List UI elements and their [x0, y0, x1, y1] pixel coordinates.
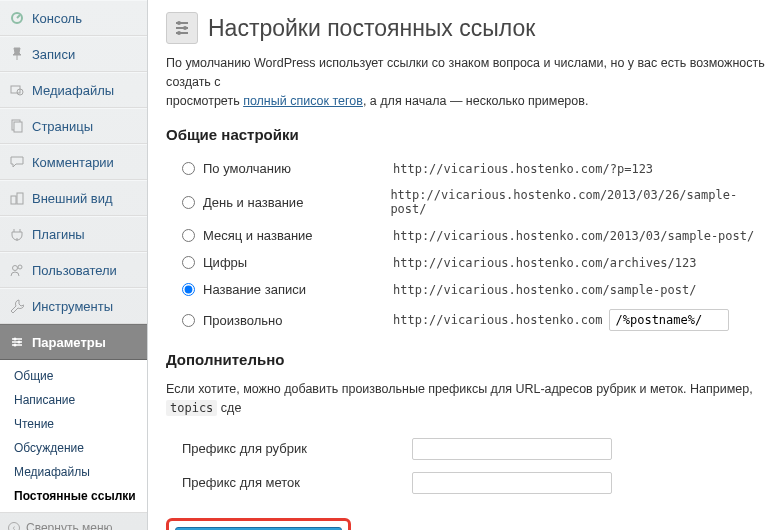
permalink-option-label: Название записи — [203, 282, 393, 297]
tag-prefix-label: Префикс для меток — [182, 475, 412, 490]
permalink-example-url: http://vicarious.hostenko.com — [393, 313, 603, 327]
menu-pages[interactable]: Страницы — [0, 108, 147, 144]
category-prefix-label: Префикс для рубрик — [182, 441, 412, 456]
svg-point-11 — [14, 344, 17, 347]
permalink-example-url: http://vicarious.hostenko.com/2013/03/sa… — [393, 229, 754, 243]
submenu-media[interactable]: Медиафайлы — [0, 460, 147, 484]
submenu-reading[interactable]: Чтение — [0, 412, 147, 436]
svg-point-12 — [177, 21, 181, 25]
plugins-icon — [8, 225, 26, 243]
menu-dashboard[interactable]: Консоль — [0, 0, 147, 36]
permalink-example-url: http://vicarious.hostenko.com/2013/03/26… — [390, 188, 768, 216]
svg-rect-4 — [14, 122, 22, 132]
page-header: Настройки постоянных ссылок — [166, 12, 768, 44]
svg-point-13 — [183, 26, 187, 30]
menu-comments[interactable]: Комментарии — [0, 144, 147, 180]
permalink-radio[interactable] — [182, 162, 195, 175]
submenu-writing[interactable]: Написание — [0, 388, 147, 412]
tools-icon — [8, 297, 26, 315]
page-title: Настройки постоянных ссылок — [208, 15, 535, 42]
collapse-icon: ‹ — [8, 522, 20, 530]
menu-media[interactable]: Медиафайлы — [0, 72, 147, 108]
section-extra-heading: Дополнительно — [166, 351, 768, 368]
submenu-discussion[interactable]: Обсуждение — [0, 436, 147, 460]
svg-point-14 — [177, 31, 181, 35]
settings-submenu: Общие Написание Чтение Обсуждение Медиаф… — [0, 360, 147, 512]
menu-plugins[interactable]: Плагины — [0, 216, 147, 252]
permalink-option-label: День и название — [203, 195, 390, 210]
permalink-radio[interactable] — [182, 196, 195, 209]
main-content: Настройки постоянных ссылок По умолчанию… — [148, 0, 768, 530]
collapse-label: Свернуть меню — [26, 521, 113, 530]
permalink-example-url: http://vicarious.hostenko.com/?p=123 — [393, 162, 653, 176]
permalink-example-url: http://vicarious.hostenko.com/archives/1… — [393, 256, 696, 270]
svg-point-7 — [13, 266, 18, 271]
permalink-radio[interactable] — [182, 229, 195, 242]
menu-settings[interactable]: Параметры — [0, 324, 147, 360]
menu-appearance[interactable]: Внешний вид — [0, 180, 147, 216]
svg-point-8 — [18, 265, 22, 269]
permalink-radio[interactable] — [182, 283, 195, 296]
appearance-icon — [8, 189, 26, 207]
submit-highlight: Сохранить изменения — [166, 518, 351, 530]
dashboard-icon — [8, 9, 26, 27]
menu-tools[interactable]: Инструменты — [0, 288, 147, 324]
main-menu: Консоль Записи Медиафайлы Страницы Комме… — [0, 0, 147, 360]
permalink-option-label: Цифры — [203, 255, 393, 270]
permalink-option-row: Месяц и названиеhttp://vicarious.hostenk… — [166, 222, 768, 249]
settings-icon — [8, 333, 26, 351]
permalink-option-row: По умолчаниюhttp://vicarious.hostenko.co… — [166, 155, 768, 182]
permalink-header-icon — [166, 12, 198, 44]
menu-label: Записи — [32, 47, 75, 62]
example-code: topics — [166, 400, 217, 416]
permalink-option-row: День и названиеhttp://vicarious.hostenko… — [166, 182, 768, 222]
comments-icon — [8, 153, 26, 171]
permalink-option-row: Название записиhttp://vicarious.hostenko… — [166, 276, 768, 303]
permalink-option-label: Месяц и название — [203, 228, 393, 243]
permalink-radio[interactable] — [182, 256, 195, 269]
admin-sidebar: Консоль Записи Медиафайлы Страницы Комме… — [0, 0, 148, 530]
extra-description: Если хотите, можно добавить произвольные… — [166, 380, 768, 418]
menu-label: Комментарии — [32, 155, 114, 170]
permalink-option-label: По умолчанию — [203, 161, 393, 176]
menu-label: Консоль — [32, 11, 82, 26]
page-description: По умолчанию WordPress использует ссылки… — [166, 54, 768, 110]
custom-permalink-input[interactable] — [609, 309, 729, 331]
permalink-option-row: Произвольноhttp://vicarious.hostenko.com — [166, 303, 768, 337]
section-common-heading: Общие настройки — [166, 126, 768, 143]
permalink-option-label: Произвольно — [203, 313, 393, 328]
svg-point-9 — [14, 338, 17, 341]
menu-users[interactable]: Пользователи — [0, 252, 147, 288]
pages-icon — [8, 117, 26, 135]
permalink-radio[interactable] — [182, 314, 195, 327]
collapse-menu[interactable]: ‹Свернуть меню — [0, 512, 147, 530]
svg-rect-6 — [17, 193, 23, 204]
submenu-general[interactable]: Общие — [0, 364, 147, 388]
submenu-permalinks[interactable]: Постоянные ссылки — [0, 484, 147, 508]
menu-label: Внешний вид — [32, 191, 113, 206]
permalink-example-url: http://vicarious.hostenko.com/sample-pos… — [393, 283, 696, 297]
menu-label: Страницы — [32, 119, 93, 134]
svg-point-10 — [18, 341, 21, 344]
category-prefix-input[interactable] — [412, 438, 612, 460]
menu-label: Медиафайлы — [32, 83, 114, 98]
menu-label: Пользователи — [32, 263, 117, 278]
menu-label: Параметры — [32, 335, 106, 350]
tag-prefix-input[interactable] — [412, 472, 612, 494]
media-icon — [8, 81, 26, 99]
menu-label: Плагины — [32, 227, 85, 242]
permalink-option-row: Цифрыhttp://vicarious.hostenko.com/archi… — [166, 249, 768, 276]
pin-icon — [8, 45, 26, 63]
tags-link[interactable]: полный список тегов — [243, 94, 363, 108]
users-icon — [8, 261, 26, 279]
menu-label: Инструменты — [32, 299, 113, 314]
svg-rect-5 — [11, 196, 16, 204]
menu-posts[interactable]: Записи — [0, 36, 147, 72]
